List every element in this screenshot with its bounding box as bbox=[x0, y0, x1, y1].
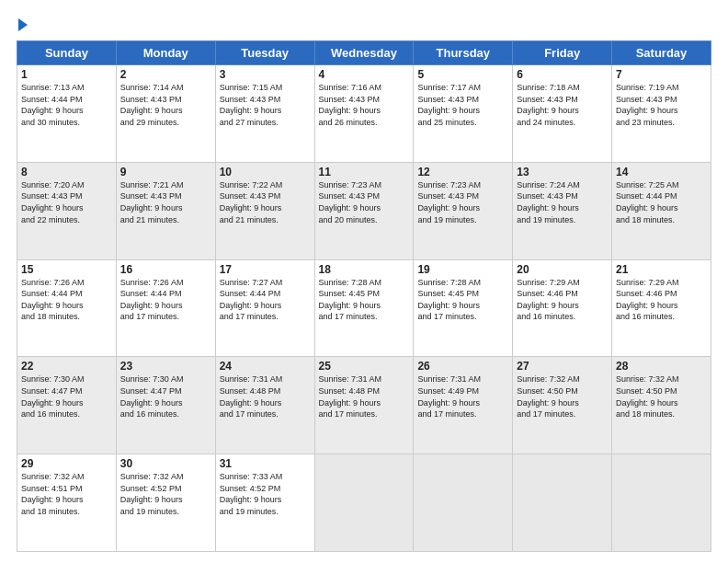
day-number: 5 bbox=[417, 68, 508, 81]
day-number: 8 bbox=[21, 166, 112, 178]
day-number: 11 bbox=[319, 166, 410, 178]
calendar-cell bbox=[414, 454, 513, 552]
day-number: 13 bbox=[517, 166, 608, 178]
calendar-cell: 5Sunrise: 7:17 AM Sunset: 4:43 PM Daylig… bbox=[414, 65, 513, 163]
calendar-cell: 4Sunrise: 7:16 AM Sunset: 4:43 PM Daylig… bbox=[314, 65, 414, 163]
day-number: 21 bbox=[616, 263, 707, 276]
calendar-table: SundayMondayTuesdayWednesdayThursdayFrid… bbox=[17, 40, 711, 552]
day-number: 15 bbox=[21, 263, 112, 276]
day-number: 16 bbox=[120, 263, 211, 276]
calendar-cell: 23Sunrise: 7:30 AM Sunset: 4:47 PM Dayli… bbox=[116, 357, 215, 454]
day-number: 27 bbox=[517, 360, 608, 373]
day-number: 7 bbox=[616, 68, 707, 81]
day-info: Sunrise: 7:29 AM Sunset: 4:46 PM Dayligh… bbox=[616, 277, 707, 323]
calendar-cell: 9Sunrise: 7:21 AM Sunset: 4:43 PM Daylig… bbox=[116, 162, 215, 259]
calendar-cell: 8Sunrise: 7:20 AM Sunset: 4:43 PM Daylig… bbox=[17, 162, 117, 259]
calendar-header-wednesday: Wednesday bbox=[314, 41, 414, 65]
day-number: 2 bbox=[120, 68, 211, 81]
day-info: Sunrise: 7:32 AM Sunset: 4:50 PM Dayligh… bbox=[517, 373, 608, 419]
calendar-week-row: 1Sunrise: 7:13 AM Sunset: 4:44 PM Daylig… bbox=[17, 65, 711, 163]
day-number: 31 bbox=[220, 457, 311, 470]
calendar-cell: 3Sunrise: 7:15 AM Sunset: 4:43 PM Daylig… bbox=[215, 65, 314, 163]
day-info: Sunrise: 7:22 AM Sunset: 4:43 PM Dayligh… bbox=[220, 179, 311, 225]
calendar-cell: 29Sunrise: 7:32 AM Sunset: 4:51 PM Dayli… bbox=[17, 454, 117, 552]
calendar-week-row: 15Sunrise: 7:26 AM Sunset: 4:44 PM Dayli… bbox=[17, 259, 711, 357]
day-number: 14 bbox=[616, 166, 707, 178]
day-info: Sunrise: 7:16 AM Sunset: 4:43 PM Dayligh… bbox=[319, 82, 410, 128]
calendar-cell bbox=[612, 454, 711, 552]
logo bbox=[17, 17, 28, 31]
calendar-cell: 6Sunrise: 7:18 AM Sunset: 4:43 PM Daylig… bbox=[513, 65, 612, 163]
day-number: 30 bbox=[120, 457, 211, 470]
day-info: Sunrise: 7:20 AM Sunset: 4:43 PM Dayligh… bbox=[21, 179, 112, 225]
calendar-cell: 27Sunrise: 7:32 AM Sunset: 4:50 PM Dayli… bbox=[513, 357, 612, 454]
day-number: 9 bbox=[120, 166, 211, 178]
day-info: Sunrise: 7:21 AM Sunset: 4:43 PM Dayligh… bbox=[120, 179, 211, 225]
day-info: Sunrise: 7:27 AM Sunset: 4:44 PM Dayligh… bbox=[220, 277, 311, 323]
day-info: Sunrise: 7:26 AM Sunset: 4:44 PM Dayligh… bbox=[21, 277, 112, 323]
day-number: 4 bbox=[319, 68, 410, 81]
calendar-cell: 20Sunrise: 7:29 AM Sunset: 4:46 PM Dayli… bbox=[513, 259, 612, 357]
calendar-cell: 28Sunrise: 7:32 AM Sunset: 4:50 PM Dayli… bbox=[612, 357, 711, 454]
calendar-cell: 21Sunrise: 7:29 AM Sunset: 4:46 PM Dayli… bbox=[612, 259, 711, 357]
day-number: 25 bbox=[319, 360, 410, 373]
day-info: Sunrise: 7:15 AM Sunset: 4:43 PM Dayligh… bbox=[220, 82, 311, 128]
calendar-cell: 16Sunrise: 7:26 AM Sunset: 4:44 PM Dayli… bbox=[116, 259, 215, 357]
calendar-header-tuesday: Tuesday bbox=[215, 41, 314, 65]
header bbox=[17, 17, 711, 31]
day-number: 24 bbox=[220, 360, 311, 373]
calendar-cell: 2Sunrise: 7:14 AM Sunset: 4:43 PM Daylig… bbox=[116, 65, 215, 163]
calendar-cell: 18Sunrise: 7:28 AM Sunset: 4:45 PM Dayli… bbox=[314, 259, 414, 357]
day-info: Sunrise: 7:32 AM Sunset: 4:52 PM Dayligh… bbox=[120, 471, 211, 517]
day-number: 6 bbox=[517, 68, 608, 81]
logo-arrow-icon bbox=[18, 18, 28, 31]
day-info: Sunrise: 7:23 AM Sunset: 4:43 PM Dayligh… bbox=[319, 179, 410, 225]
day-info: Sunrise: 7:23 AM Sunset: 4:43 PM Dayligh… bbox=[417, 179, 508, 225]
day-info: Sunrise: 7:28 AM Sunset: 4:45 PM Dayligh… bbox=[319, 277, 410, 323]
day-info: Sunrise: 7:18 AM Sunset: 4:43 PM Dayligh… bbox=[517, 82, 608, 128]
day-info: Sunrise: 7:19 AM Sunset: 4:43 PM Dayligh… bbox=[616, 82, 707, 128]
calendar-header-row: SundayMondayTuesdayWednesdayThursdayFrid… bbox=[17, 41, 711, 65]
day-number: 3 bbox=[220, 68, 311, 81]
calendar-cell bbox=[513, 454, 612, 552]
day-number: 18 bbox=[319, 263, 410, 276]
day-info: Sunrise: 7:30 AM Sunset: 4:47 PM Dayligh… bbox=[120, 373, 211, 419]
calendar-cell bbox=[314, 454, 414, 552]
day-info: Sunrise: 7:30 AM Sunset: 4:47 PM Dayligh… bbox=[21, 373, 112, 419]
calendar-cell: 1Sunrise: 7:13 AM Sunset: 4:44 PM Daylig… bbox=[17, 65, 117, 163]
day-info: Sunrise: 7:32 AM Sunset: 4:51 PM Dayligh… bbox=[21, 471, 112, 517]
calendar-cell: 10Sunrise: 7:22 AM Sunset: 4:43 PM Dayli… bbox=[215, 162, 314, 259]
calendar-cell: 12Sunrise: 7:23 AM Sunset: 4:43 PM Dayli… bbox=[414, 162, 513, 259]
day-info: Sunrise: 7:31 AM Sunset: 4:48 PM Dayligh… bbox=[319, 373, 410, 419]
calendar-cell: 24Sunrise: 7:31 AM Sunset: 4:48 PM Dayli… bbox=[215, 357, 314, 454]
day-info: Sunrise: 7:33 AM Sunset: 4:52 PM Dayligh… bbox=[220, 471, 311, 517]
calendar-cell: 30Sunrise: 7:32 AM Sunset: 4:52 PM Dayli… bbox=[116, 454, 215, 552]
calendar-header-sunday: Sunday bbox=[17, 41, 117, 65]
day-info: Sunrise: 7:17 AM Sunset: 4:43 PM Dayligh… bbox=[417, 82, 508, 128]
calendar-header-saturday: Saturday bbox=[612, 41, 711, 65]
day-number: 28 bbox=[616, 360, 707, 373]
calendar-week-row: 22Sunrise: 7:30 AM Sunset: 4:47 PM Dayli… bbox=[17, 357, 711, 454]
calendar-week-row: 8Sunrise: 7:20 AM Sunset: 4:43 PM Daylig… bbox=[17, 162, 711, 259]
day-info: Sunrise: 7:14 AM Sunset: 4:43 PM Dayligh… bbox=[120, 82, 211, 128]
calendar-cell: 26Sunrise: 7:31 AM Sunset: 4:49 PM Dayli… bbox=[414, 357, 513, 454]
day-info: Sunrise: 7:24 AM Sunset: 4:43 PM Dayligh… bbox=[517, 179, 608, 225]
day-info: Sunrise: 7:28 AM Sunset: 4:45 PM Dayligh… bbox=[417, 277, 508, 323]
day-number: 20 bbox=[517, 263, 608, 276]
day-number: 29 bbox=[21, 457, 112, 470]
calendar-cell: 15Sunrise: 7:26 AM Sunset: 4:44 PM Dayli… bbox=[17, 259, 117, 357]
day-info: Sunrise: 7:29 AM Sunset: 4:46 PM Dayligh… bbox=[517, 277, 608, 323]
calendar-header-monday: Monday bbox=[116, 41, 215, 65]
day-number: 26 bbox=[417, 360, 508, 373]
calendar-cell: 22Sunrise: 7:30 AM Sunset: 4:47 PM Dayli… bbox=[17, 357, 117, 454]
calendar-cell: 14Sunrise: 7:25 AM Sunset: 4:44 PM Dayli… bbox=[612, 162, 711, 259]
calendar-cell: 11Sunrise: 7:23 AM Sunset: 4:43 PM Dayli… bbox=[314, 162, 414, 259]
day-number: 22 bbox=[21, 360, 112, 373]
calendar-week-row: 29Sunrise: 7:32 AM Sunset: 4:51 PM Dayli… bbox=[17, 454, 711, 552]
day-info: Sunrise: 7:13 AM Sunset: 4:44 PM Dayligh… bbox=[21, 82, 112, 128]
day-info: Sunrise: 7:31 AM Sunset: 4:49 PM Dayligh… bbox=[417, 373, 508, 419]
day-number: 17 bbox=[220, 263, 311, 276]
day-info: Sunrise: 7:31 AM Sunset: 4:48 PM Dayligh… bbox=[220, 373, 311, 419]
day-number: 19 bbox=[417, 263, 508, 276]
calendar-header-thursday: Thursday bbox=[414, 41, 513, 65]
